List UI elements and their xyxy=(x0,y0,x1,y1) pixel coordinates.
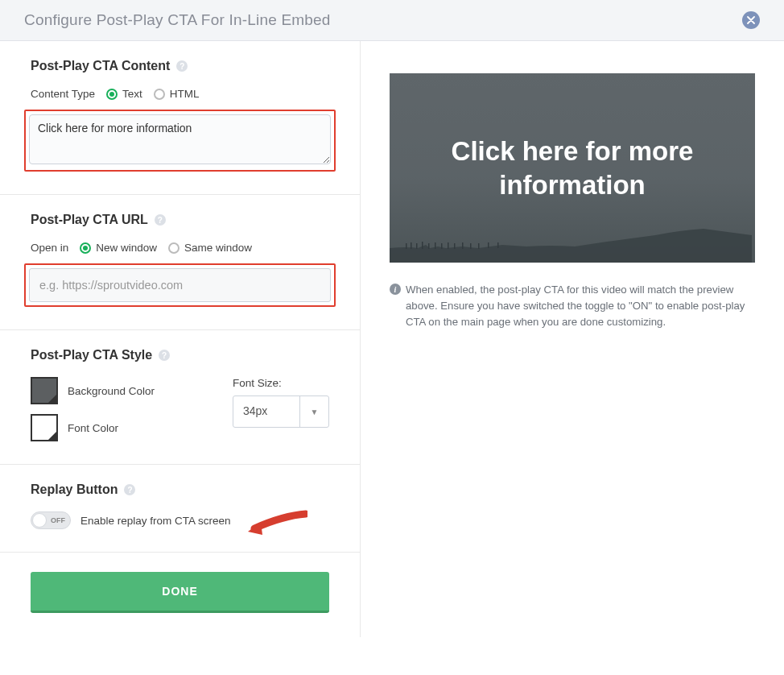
section-cta-style: Post-Play CTA Style ? Background Color F… xyxy=(0,330,360,465)
font-color-picker[interactable]: Font Color xyxy=(31,414,155,441)
info-text: When enabled, the post-play CTA for this… xyxy=(406,282,755,329)
modal-title: Configure Post-Play CTA For In-Line Embe… xyxy=(24,11,331,29)
radio-same-window[interactable]: Same window xyxy=(168,242,252,254)
swatch-icon xyxy=(31,377,58,404)
open-in-label: Open in xyxy=(31,242,68,254)
font-size-label: Font Size: xyxy=(233,377,329,389)
highlight-annotation xyxy=(24,110,336,172)
highlight-annotation xyxy=(24,263,336,307)
radio-icon-selected xyxy=(106,89,118,100)
toggle-knob xyxy=(32,513,47,528)
chevron-down-icon: ▼ xyxy=(299,396,328,427)
help-icon[interactable]: ? xyxy=(176,60,188,72)
info-row: i When enabled, the post-play CTA for th… xyxy=(390,282,755,329)
preview-cta-text: Click here for more information xyxy=(390,135,755,201)
cta-url-heading: Post-Play CTA URL ? xyxy=(31,213,329,227)
replay-title-text: Replay Button xyxy=(31,482,118,497)
radio-html[interactable]: HTML xyxy=(154,88,200,100)
radio-new-window-label: New window xyxy=(96,242,157,254)
radio-html-label: HTML xyxy=(170,88,200,100)
cta-content-title-text: Post-Play CTA Content xyxy=(31,59,170,73)
replay-heading: Replay Button ? xyxy=(31,482,329,497)
close-button[interactable] xyxy=(742,11,760,29)
radio-same-window-label: Same window xyxy=(184,242,252,254)
cta-url-title-text: Post-Play CTA URL xyxy=(31,213,148,227)
radio-text-label: Text xyxy=(122,88,142,100)
radio-icon xyxy=(168,242,179,254)
right-panel: Click here for more information i When e… xyxy=(361,41,784,637)
content-type-row: Content Type Text HTML xyxy=(31,88,329,100)
font-size-select[interactable]: 34px ▼ xyxy=(233,395,329,428)
section-cta-content: Post-Play CTA Content ? Content Type Tex… xyxy=(0,41,360,195)
cta-url-input[interactable] xyxy=(29,268,331,302)
section-cta-url: Post-Play CTA URL ? Open in New window S… xyxy=(0,195,360,330)
radio-icon-selected xyxy=(80,242,91,254)
radio-new-window[interactable]: New window xyxy=(80,242,157,254)
font-size-value: 34px xyxy=(233,396,299,427)
radio-text[interactable]: Text xyxy=(106,88,142,100)
help-icon[interactable]: ? xyxy=(124,484,135,495)
cta-text-input[interactable] xyxy=(29,114,331,164)
open-in-row: Open in New window Same window xyxy=(31,242,329,254)
content-type-label: Content Type xyxy=(31,88,95,100)
help-icon[interactable]: ? xyxy=(155,214,166,226)
arrow-annotation-icon xyxy=(243,507,307,540)
modal-header: Configure Post-Play CTA For In-Line Embe… xyxy=(0,0,784,41)
cta-style-title-text: Post-Play CTA Style xyxy=(31,348,152,362)
replay-toggle-label: Enable replay from CTA screen xyxy=(80,515,231,527)
cta-preview: Click here for more information xyxy=(390,73,755,263)
done-button[interactable]: DONE xyxy=(31,572,329,613)
cta-style-heading: Post-Play CTA Style ? xyxy=(31,348,329,362)
help-icon[interactable]: ? xyxy=(159,350,170,361)
left-panel: Post-Play CTA Content ? Content Type Tex… xyxy=(0,41,361,637)
info-icon: i xyxy=(390,284,401,295)
radio-icon xyxy=(154,89,165,100)
cta-content-heading: Post-Play CTA Content ? xyxy=(31,59,329,73)
replay-toggle[interactable]: OFF xyxy=(31,511,71,529)
swatch-icon xyxy=(31,414,58,441)
bg-color-picker[interactable]: Background Color xyxy=(31,377,155,404)
section-replay: Replay Button ? OFF Enable replay from C… xyxy=(0,465,360,553)
font-color-label: Font Color xyxy=(68,422,118,434)
footer-section: DONE xyxy=(0,553,360,637)
close-icon xyxy=(747,16,755,24)
bg-color-label: Background Color xyxy=(68,385,155,397)
toggle-state-text: OFF xyxy=(51,516,65,524)
